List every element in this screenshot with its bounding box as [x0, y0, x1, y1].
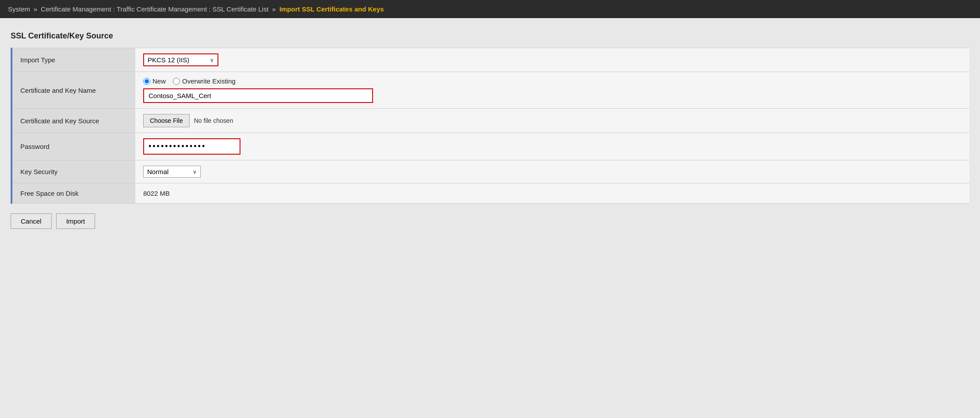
breadcrumb-sep-1: »	[34, 5, 37, 13]
cert-key-name-value-cell: New Overwrite Existing	[135, 72, 969, 109]
key-security-chevron-icon: ∨	[193, 169, 197, 175]
cert-key-name-input[interactable]	[143, 88, 373, 103]
section-title: SSL Certificate/Key Source	[11, 31, 969, 41]
free-space-row: Free Space on Disk 8022 MB	[11, 183, 969, 204]
cancel-button[interactable]: Cancel	[11, 213, 52, 229]
button-row: Cancel Import	[11, 213, 969, 229]
form-table: Import Type PKCS 12 (IIS) PEM DER PKCS 7…	[11, 48, 969, 204]
cert-key-name-row: Certificate and Key Name New Overwrite E…	[11, 72, 969, 109]
radio-new-label[interactable]: New	[143, 77, 166, 85]
password-row: Password	[11, 133, 969, 160]
import-type-label: Import Type	[11, 48, 135, 72]
key-security-row: Key Security Normal High FIPS ∨	[11, 160, 969, 183]
password-input[interactable]	[143, 138, 240, 155]
free-space-value: 8022 MB	[143, 190, 170, 197]
import-type-select[interactable]: PKCS 12 (IIS) PEM DER PKCS 7	[148, 56, 207, 64]
cert-key-source-label: Certificate and Key Source	[11, 109, 135, 133]
import-type-select-wrapper[interactable]: PKCS 12 (IIS) PEM DER PKCS 7 ∨	[143, 53, 218, 66]
file-input-row: Choose File No file chosen	[143, 114, 961, 127]
key-security-label: Key Security	[11, 160, 135, 183]
password-value-cell	[135, 133, 969, 160]
breadcrumb-system[interactable]: System	[8, 5, 30, 13]
radio-overwrite-label[interactable]: Overwrite Existing	[173, 77, 236, 85]
import-button[interactable]: Import	[56, 213, 95, 229]
page-content: SSL Certificate/Key Source Import Type P…	[0, 18, 980, 239]
cert-key-name-label: Certificate and Key Name	[11, 72, 135, 109]
radio-new-text: New	[153, 77, 166, 85]
key-security-select-wrapper[interactable]: Normal High FIPS ∨	[143, 166, 201, 178]
radio-overwrite-text: Overwrite Existing	[182, 77, 236, 85]
radio-overwrite[interactable]	[173, 78, 180, 85]
free-space-value-cell: 8022 MB	[135, 183, 969, 204]
radio-new[interactable]	[143, 78, 150, 85]
cert-key-source-row: Certificate and Key Source Choose File N…	[11, 109, 969, 133]
breadcrumb-current: Import SSL Certificates and Keys	[279, 5, 384, 13]
import-type-row: Import Type PKCS 12 (IIS) PEM DER PKCS 7…	[11, 48, 969, 72]
import-type-value-cell: PKCS 12 (IIS) PEM DER PKCS 7 ∨	[135, 48, 969, 72]
breadcrumb-bar: System » Certificate Management : Traffi…	[0, 0, 980, 18]
password-label: Password	[11, 133, 135, 160]
choose-file-button[interactable]: Choose File	[143, 114, 190, 127]
no-file-text: No file chosen	[194, 117, 233, 124]
free-space-label: Free Space on Disk	[11, 183, 135, 204]
key-security-select[interactable]: Normal High FIPS	[147, 168, 190, 175]
breadcrumb-cert-mgmt[interactable]: Certificate Management : Traffic Certifi…	[41, 5, 268, 13]
key-security-value-cell: Normal High FIPS ∨	[135, 160, 969, 183]
breadcrumb-sep-2: »	[272, 5, 276, 13]
radio-group: New Overwrite Existing	[143, 77, 961, 85]
cert-key-source-value-cell: Choose File No file chosen	[135, 109, 969, 133]
import-type-chevron-icon: ∨	[210, 57, 214, 63]
